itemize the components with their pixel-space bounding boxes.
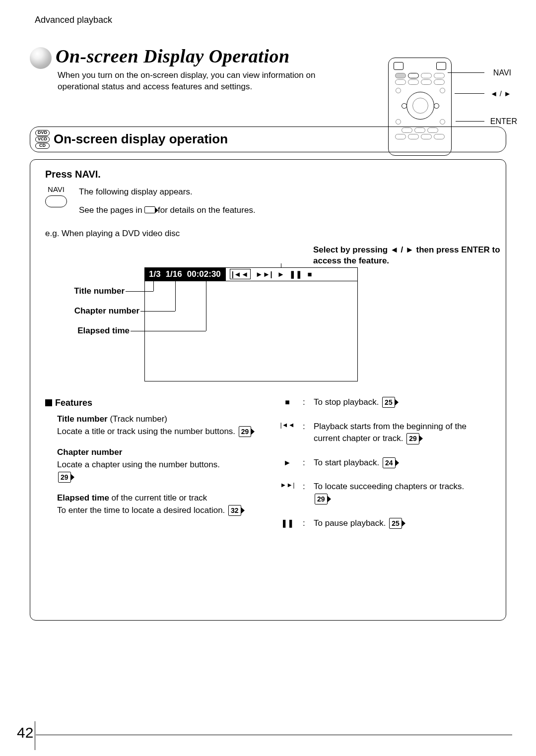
page-ref-29a: 29 [239, 426, 252, 437]
navi-button-graphic: NAVI [45, 185, 67, 207]
feature-next-body: To locate succeeding chapters or tracks. [314, 482, 464, 491]
feature-next: ►►| : To locate succeeding chapters or t… [280, 481, 495, 505]
page-ref-29c: 29 [406, 433, 419, 444]
osd-diagram: Select by pressing ◄ / ► then press ENTE… [45, 248, 495, 386]
feature-pause-body: To pause playback. [314, 518, 386, 528]
remote-diagram [388, 58, 452, 156]
select-note: Select by pressing ◄ / ► then press ENTE… [313, 245, 502, 266]
prev-icon: |◄◄ [280, 421, 295, 430]
page-number: 42 [17, 724, 33, 741]
footer-rule [36, 735, 512, 735]
example-label: e.g. When playing a DVD video disc [45, 229, 495, 239]
feature-suffix-0: (Track number) [108, 414, 167, 424]
page-ref-24: 24 [383, 457, 396, 468]
features-heading-text: Features [55, 396, 92, 409]
badge-dvd: DVD [35, 130, 50, 136]
page-ref-29d: 29 [315, 494, 328, 504]
feature-pause: ❚❚ : To pause playback. 25 [280, 517, 495, 530]
badge-vcd: VCD [35, 136, 50, 142]
feature-elapsed-time: Elapsed time of the current title or tra… [57, 492, 260, 516]
breadcrumb: Advanced playback [35, 15, 506, 25]
page-ref-25b: 25 [389, 518, 402, 529]
page-ref-25a: 25 [382, 397, 395, 408]
feature-body-2: To enter the time to locate a desired lo… [57, 505, 225, 515]
intro-text: When you turn on the on-screen display, … [58, 70, 335, 93]
feature-title-1: Chapter number [57, 447, 122, 457]
page-ref-32: 32 [228, 505, 241, 516]
osd-title-number: 1/3 [149, 269, 161, 279]
play-icon: ► [280, 457, 295, 468]
feature-title-0: Title number [57, 414, 108, 424]
remote-label-enter: ENTER [490, 117, 517, 126]
feature-prev: |◄◄ : Playback starts from the beginning… [280, 421, 495, 445]
feature-play: ► : To start playback. 24 [280, 457, 495, 469]
disc-badges: DVD VCD CD [35, 130, 50, 149]
step-line-2a: See the pages in [79, 205, 144, 215]
feature-title-2: Elapsed time [57, 493, 109, 503]
badge-cd: CD [35, 143, 50, 149]
step-box: Press NAVI. NAVI The following display a… [30, 159, 506, 621]
feature-title-number: Title number (Track number) Locate a tit… [57, 413, 260, 438]
callout-title-number: Title number [45, 286, 125, 296]
callout-elapsed-time: Elapsed time [45, 326, 130, 336]
osd-elapsed-time: 00:02:30 [187, 269, 221, 279]
step-line-1: The following display appears. [79, 185, 256, 198]
feature-stop-body: To stop playback. [314, 397, 379, 407]
section-title: On-screen display operation [54, 131, 228, 147]
feature-body-0: Locate a title or track using the number… [57, 427, 235, 436]
feature-stop: ■ : To stop playback. 25 [280, 396, 495, 409]
remote-label-navi: NAVI [493, 68, 511, 77]
stop-icon: ■ [280, 396, 295, 408]
step-text: The following display appears. See the p… [79, 185, 256, 217]
feature-prev-body: Playback starts from the beginning of th… [314, 422, 467, 443]
osd-prev-icon: |◄◄ [230, 269, 251, 279]
features-heading: Features [45, 396, 260, 409]
decorative-sphere [30, 47, 52, 69]
callout-chapter-number: Chapter number [45, 306, 139, 316]
navi-button-label: NAVI [48, 185, 65, 193]
feature-body-1: Locate a chapter using the number button… [57, 460, 220, 469]
pause-icon: ❚❚ [280, 517, 295, 529]
remote-label-arrows: ◄ / ► [490, 89, 511, 98]
footer-rule-vertical [35, 721, 35, 750]
page-ref-29b: 29 [58, 472, 71, 483]
square-bullet-icon [45, 399, 52, 406]
osd-play-icon: ► [277, 270, 285, 278]
osd-stop-icon: ■ [307, 270, 312, 278]
next-icon: ►►| [280, 481, 295, 490]
step-heading: Press NAVI. [45, 169, 495, 180]
feature-suffix-2: of the current title or track [109, 493, 207, 503]
feature-play-body: To start playback. [314, 458, 379, 467]
step-line-2b: for details on the features. [158, 205, 256, 215]
features-section: Features Title number (Track number) Loc… [45, 396, 495, 541]
page-ref-icon [144, 206, 155, 213]
osd-next-icon: ►►| [256, 270, 272, 278]
osd-chapter-number: 1/16 [166, 269, 182, 279]
osd-pause-icon: ❚❚ [289, 270, 302, 279]
feature-chapter-number: Chapter number Locate a chapter using th… [57, 446, 260, 483]
